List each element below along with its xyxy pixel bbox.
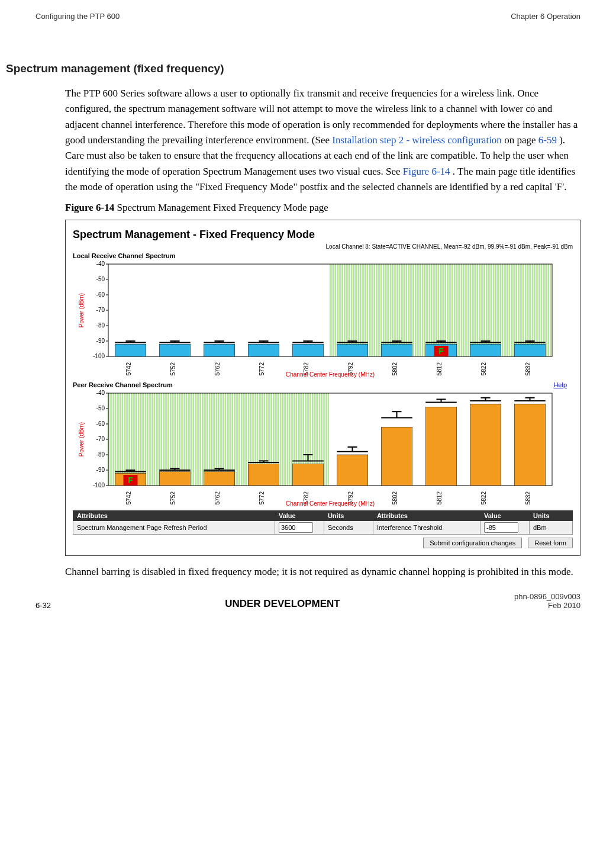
local-chart-wrap: Local Receive Channel Spectrum -100-90-8… [73,252,573,378]
svg-text:5772: 5772 [259,362,265,376]
svg-rect-171 [381,345,412,357]
svg-text:F: F [438,346,444,356]
svg-rect-166 [337,345,368,357]
units-dbm: dBm [530,521,573,535]
svg-text:5752: 5752 [170,491,176,505]
col-attributes: Attributes [373,511,480,521]
submit-button[interactable]: Submit configuration changes [423,538,522,548]
svg-rect-151 [204,345,235,357]
svg-text:-50: -50 [96,276,105,282]
svg-text:-90: -90 [96,467,105,473]
figure-caption-id: Figure 6-14 [65,202,114,213]
header-left: Configuring the PTP 600 [36,12,120,21]
header-right: Chapter 6 Operation [511,12,580,21]
interference-threshold-input[interactable] [484,522,518,533]
local-spectrum-chart: -100-90-80-70-60-50-40Power (dBm)5742575… [73,259,558,378]
svg-text:Power (dBm): Power (dBm) [78,293,85,327]
svg-text:5832: 5832 [525,362,531,376]
link-figure-6-14[interactable]: Figure 6-14 [403,166,450,177]
reset-button[interactable]: Reset form [528,538,573,548]
svg-text:5822: 5822 [480,491,487,505]
figure-caption: Figure 6-14 Spectrum Management Fixed Fr… [65,202,580,214]
svg-rect-362 [337,455,368,486]
svg-text:5742: 5742 [125,491,132,505]
svg-rect-377 [470,404,501,486]
svg-text:5812: 5812 [436,491,443,505]
svg-text:-40: -40 [96,390,105,396]
svg-text:5802: 5802 [392,362,398,376]
link-page-6-59[interactable]: 6-59 [538,134,557,146]
footer-date: Feb 2010 [548,601,580,610]
svg-rect-161 [292,345,324,357]
refresh-period-input[interactable] [279,522,313,533]
svg-rect-146 [159,345,191,357]
attributes-table: Attributes Value Units Attributes Value … [73,510,573,535]
svg-text:5762: 5762 [214,491,221,505]
table-row: Spectrum Management Page Refresh Period … [73,521,573,535]
svg-text:5802: 5802 [392,491,398,505]
figure-caption-text: Spectrum Management Fixed Frequency Mode… [114,202,328,213]
footer-docid: phn-0896_009v003 [514,592,580,601]
main-paragraph: The PTP 600 Series software allows a use… [65,86,580,195]
svg-rect-347 [204,472,235,486]
footer-page-num: 6-32 [36,601,51,610]
col-units: Units [324,511,373,521]
svg-rect-156 [248,345,279,357]
svg-text:5742: 5742 [125,362,132,376]
col-value: Value [480,511,530,521]
col-value: Value [275,511,324,521]
figure-6-14: Spectrum Management - Fixed Frequency Mo… [65,220,580,556]
svg-rect-367 [381,427,412,486]
svg-text:Channel Center Frequency (MHz): Channel Center Frequency (MHz) [286,500,375,507]
para-text: on page [504,134,538,146]
svg-text:Channel Center Frequency (MHz): Channel Center Frequency (MHz) [286,371,375,378]
footer-status: UNDER DEVELOPMENT [225,598,340,610]
svg-rect-188 [514,345,546,357]
link-install-step2[interactable]: Installation step 2 - wireless configura… [332,134,502,146]
svg-text:Power (dBm): Power (dBm) [78,422,85,456]
svg-text:-80: -80 [96,322,105,329]
section-heading: Spectrum management (fixed frequency) [6,62,580,75]
svg-text:-50: -50 [96,405,105,412]
svg-text:-90: -90 [96,337,105,344]
units-seconds: Seconds [324,521,373,535]
svg-text:-60: -60 [96,291,105,298]
svg-rect-372 [425,407,457,486]
svg-text:-100: -100 [93,482,105,488]
svg-rect-357 [292,464,324,486]
svg-text:5772: 5772 [259,491,265,505]
svg-rect-352 [248,464,279,486]
svg-text:5752: 5752 [170,362,176,376]
svg-text:5812: 5812 [436,362,443,376]
local-chart-title: Local Receive Channel Spectrum [73,252,573,259]
svg-rect-141 [115,345,146,357]
col-units: Units [530,511,573,521]
page-header: Configuring the PTP 600 Chapter 6 Operat… [36,12,580,21]
attr-threshold-label: Interference Threshold [373,521,480,535]
svg-rect-342 [159,472,191,486]
svg-text:F: F [128,475,133,485]
button-row: Submit configuration changes Reset form [73,537,573,548]
svg-text:-40: -40 [96,261,105,267]
peer-spectrum-chart: -100-90-80-70-60-50-40Power (dBm)5742F57… [73,388,558,507]
help-link[interactable]: Help [553,381,567,388]
second-paragraph: Channel barring is disabled in fixed fre… [65,564,580,580]
figure-subtitle: Local Channel 8: State=ACTIVE CHANNEL, M… [73,243,573,250]
peer-chart-wrap: Peer Receive Channel Spectrum Help -100-… [73,380,573,507]
svg-text:-60: -60 [96,420,105,427]
svg-rect-382 [514,404,546,486]
svg-text:5822: 5822 [480,362,487,376]
attr-refresh-label: Spectrum Management Page Refresh Period [73,521,275,535]
page-footer: 6-32 UNDER DEVELOPMENT phn-0896_009v003 … [36,592,580,616]
svg-text:5762: 5762 [214,362,221,376]
col-attributes: Attributes [73,511,275,521]
figure-title: Spectrum Management - Fixed Frequency Mo… [73,229,573,241]
svg-text:-80: -80 [96,451,105,458]
svg-text:-70: -70 [96,307,105,313]
svg-rect-183 [470,345,501,357]
peer-chart-title: Peer Receive Channel Spectrum [73,381,173,388]
svg-text:-100: -100 [93,353,105,359]
svg-text:5832: 5832 [525,491,531,505]
svg-text:-70: -70 [96,436,105,442]
